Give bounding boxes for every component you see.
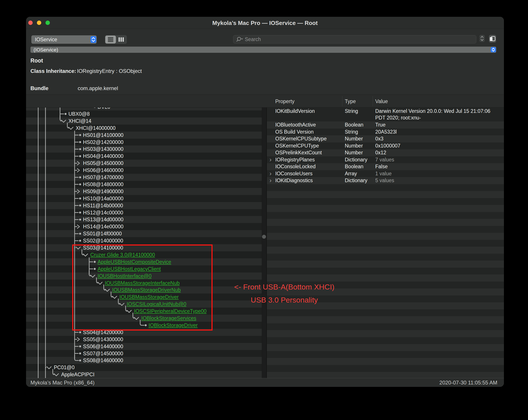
table-cell: OS Build Version <box>275 128 314 136</box>
table-row[interactable]: IOConsoleLockedBooleanFalse <box>267 163 504 170</box>
class-inheritance-label: Class Inheritance: <box>30 68 76 74</box>
table-row[interactable]: OSPrelinkKextCountNumber0x12 <box>267 149 504 156</box>
path-bar[interactable]: (IOService) <box>30 47 496 53</box>
tree-node-label[interactable]: SS06@14400000 <box>83 343 123 350</box>
tree-node-label[interactable]: SS05@14300000 <box>83 336 123 343</box>
bundle-label: Bundle <box>30 85 48 91</box>
table-row[interactable]: OS Build VersionString20A5323l <box>267 128 504 136</box>
tree-node-label[interactable]: HS05@14500000 <box>83 160 123 167</box>
table-empty-row <box>267 274 504 282</box>
inspector-toggle-button[interactable] <box>489 35 496 43</box>
table-empty-row <box>267 191 504 198</box>
table-cell: OSKernelCPUSubtype <box>275 135 327 142</box>
table-cell: IOConsoleLocked <box>275 163 316 170</box>
table-row[interactable]: ›IOKitDiagnosticsDictionary5 values <box>267 177 504 184</box>
tree-scrollbar-track[interactable] <box>262 108 266 378</box>
plane-selector-popup[interactable]: IOService <box>31 35 97 44</box>
table-empty-row <box>267 226 504 233</box>
table-cell: 1 value <box>375 170 499 177</box>
device-tree-pane[interactable]: DVL0UBX0@8XHCI@14XHCI@14000000HS01@14100… <box>26 108 262 378</box>
tree-node-label[interactable]: UBX0@8 <box>68 111 90 117</box>
table-row[interactable]: ›IOConsoleUsersArray1 value <box>267 170 504 177</box>
table-cell: False <box>375 163 499 170</box>
table-empty-row <box>267 212 504 219</box>
tree-scrollbar-thumb[interactable] <box>262 235 266 239</box>
table-cell: IORegistryPlanes <box>275 156 315 163</box>
table-row[interactable]: OSKernelCPUTypeNumber0x1000007 <box>267 142 504 149</box>
table-cell: OSPrelinkKextCount <box>275 149 322 156</box>
tree-node-label[interactable]: PC01@0 <box>54 364 75 371</box>
table-row[interactable]: IOBluetoothActiveBooleanTrue <box>267 122 504 128</box>
ioregistryexplorer-window: Mykola’s Mac Pro — IOService — Root IOSe… <box>26 17 504 387</box>
table-cell: Number <box>345 149 363 156</box>
table-cell: String <box>345 108 358 115</box>
tree-node-label[interactable]: SS02@14000000 <box>83 237 123 244</box>
status-timestamp: 2020-07-30 11:05:55 AM <box>440 378 497 387</box>
table-empty-row <box>267 198 504 205</box>
search-field[interactable]: Search <box>233 35 476 44</box>
table-empty-row <box>267 316 504 323</box>
table-cell: 20A5323l <box>375 128 499 136</box>
node-title: Root <box>30 57 43 64</box>
list-view-button[interactable] <box>105 36 116 44</box>
tree-node-label[interactable]: HS03@14300000 <box>83 146 123 153</box>
tree-node-label[interactable]: HS06@14600000 <box>83 167 123 174</box>
tree-node-label[interactable]: HS01@14100000 <box>83 132 123 139</box>
property-table-pane[interactable]: IOKitBuildVersionStringDarwin Kernel Ver… <box>267 108 504 378</box>
tree-node-label[interactable]: HS13@14d00000 <box>83 216 123 223</box>
disclosure-triangle-icon[interactable]: › <box>270 170 272 177</box>
tree-node-label[interactable]: HS14@14e00000 <box>83 223 123 230</box>
tree-node-label[interactable]: HS04@14400000 <box>83 153 123 160</box>
column-header-value[interactable]: Value <box>375 95 388 108</box>
popup-stepper-icon <box>91 36 96 43</box>
path-popup-stepper-icon[interactable] <box>491 47 496 52</box>
column-divider[interactable] <box>342 96 342 106</box>
table-cell: Number <box>345 142 363 149</box>
table-empty-row <box>267 260 504 268</box>
table-empty-row <box>267 247 504 254</box>
table-cell: IOBluetoothActive <box>275 122 316 128</box>
table-cell: IOConsoleUsers <box>275 170 312 177</box>
table-empty-row <box>267 268 504 275</box>
tree-node-label[interactable]: SS01@14f00000 <box>83 230 122 237</box>
tree-node-label[interactable]: AppleACPIPCI <box>61 371 95 378</box>
table-empty-row <box>267 358 504 365</box>
search-placeholder: Search <box>245 35 261 43</box>
table-empty-row <box>267 337 504 344</box>
tree-node-label[interactable]: HS07@14700000 <box>83 174 123 181</box>
tree-node-label[interactable]: SS07@14500000 <box>83 350 123 357</box>
tree-node-label[interactable]: HS11@14b00000 <box>83 202 123 209</box>
column-header-property[interactable]: Property <box>275 95 294 108</box>
column-header-type[interactable]: Type <box>345 95 356 108</box>
tree-node-label[interactable]: XHCI@14000000 <box>76 124 116 132</box>
tree-node-label[interactable]: HS12@14c00000 <box>83 209 123 216</box>
table-cell: IOKitDiagnostics <box>275 177 313 184</box>
tree-node-label[interactable]: DVL0 <box>97 108 110 111</box>
table-row[interactable]: IOKitBuildVersionStringDarwin Kernel Ver… <box>267 108 504 122</box>
annotation-line2: USB 3.0 Personality <box>231 296 337 304</box>
tree-node-label[interactable]: HS09@14900000 <box>83 188 123 195</box>
table-row[interactable]: OSKernelCPUSubtypeNumber0x3 <box>267 135 504 142</box>
disclosure-triangle-icon[interactable]: › <box>270 177 272 184</box>
table-cell: 0x3 <box>375 135 499 142</box>
tree-node-label[interactable]: XHCI@14 <box>68 117 91 124</box>
table-empty-row <box>267 351 504 358</box>
table-empty-row <box>267 309 504 316</box>
tree-node-label[interactable]: SS08@14600000 <box>83 357 123 364</box>
annotation-red-box <box>72 245 213 331</box>
table-row[interactable]: ›IORegistryPlanesDictionary7 values <box>267 156 504 163</box>
table-empty-row <box>267 205 504 212</box>
column-view-button[interactable] <box>116 36 126 44</box>
tree-node-label[interactable]: HS08@14800000 <box>83 181 123 188</box>
title-bar[interactable]: Mykola’s Mac Pro — IOService — Root <box>26 17 504 29</box>
table-header: Property Type Value <box>26 95 504 108</box>
window-title: Mykola’s Mac Pro — IOService — Root <box>26 17 504 29</box>
toolbar-stepper[interactable] <box>480 35 485 42</box>
tree-node-label[interactable]: HS10@14a00000 <box>83 195 123 202</box>
column-view-icon <box>116 36 126 44</box>
table-cell: Boolean <box>345 163 363 170</box>
column-divider[interactable] <box>372 96 373 106</box>
tree-node-label[interactable]: HS02@14200000 <box>83 139 123 146</box>
disclosure-triangle-icon[interactable]: › <box>270 156 272 163</box>
table-cell: Dictionary <box>345 156 367 163</box>
